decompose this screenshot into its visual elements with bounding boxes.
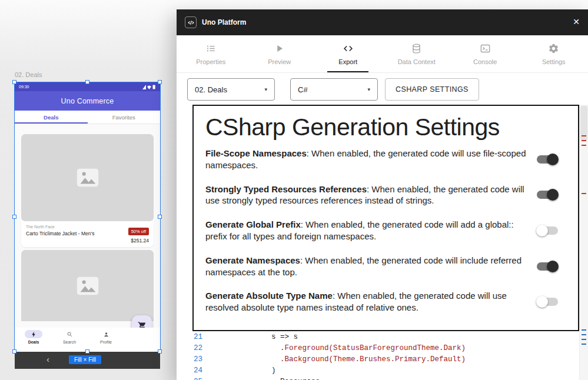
design-canvas: 02. Deals 09:30 Uno Commerce Deals Favor…: [0, 0, 588, 380]
export-toolbar: 02. Deals ▾ C# ▾ CSHARP SETTINGS: [187, 78, 479, 101]
play-icon: [274, 43, 285, 54]
code-text: Resources: [210, 376, 320, 380]
selection-handle-e[interactable]: [158, 215, 162, 219]
setting-row: Strongly Typed Resources References: Whe…: [205, 184, 566, 207]
tab-settings[interactable]: Settings: [520, 35, 588, 72]
phone-artboard[interactable]: 09:30 Uno Commerce Deals Favorites The N…: [15, 82, 160, 352]
setting-name: Generate Namespaces: [205, 255, 300, 265]
minimap-mark: [582, 334, 586, 335]
line-number: 22: [177, 343, 202, 354]
phone-content: The North Face Carto Triclimate Jacket -…: [15, 124, 160, 351]
nav-item-deals: Deals: [21, 330, 46, 344]
toggle-strongly-typed-resources[interactable]: [537, 191, 558, 199]
editor-minimap[interactable]: [579, 105, 588, 380]
product-image-placeholder: [21, 134, 154, 221]
artboard-label[interactable]: 02. Deals: [15, 71, 42, 78]
person-icon: [103, 331, 109, 338]
toggle-thumb: [547, 189, 559, 201]
line-number: 21: [177, 332, 202, 343]
selection-handle-s[interactable]: [85, 349, 89, 354]
code-line: 23 .Background(Theme.Brushes.Primary.Def…: [177, 354, 570, 365]
toggle-generate-namespaces[interactable]: [537, 262, 558, 271]
phone-tab-favorites: Favorites: [88, 111, 161, 124]
setting-name: File-Scope Namespaces: [205, 148, 307, 158]
panel-tab-bar: Properties Preview Export Data Context C…: [177, 35, 588, 73]
gear-icon: [548, 43, 559, 54]
chevron-down-icon: ▾: [264, 86, 267, 92]
tab-properties[interactable]: Properties: [177, 35, 245, 72]
setting-row: File-Scope Namespaces: When enabled, the…: [205, 148, 566, 171]
search-icon: [67, 331, 73, 338]
minimap-mark: [582, 329, 586, 331]
nav-item-profile: Profile: [93, 330, 119, 344]
language-select[interactable]: C# ▾: [290, 78, 378, 101]
minimap-mark: [582, 145, 586, 146]
selection-handle-se[interactable]: [158, 349, 162, 354]
setting-name: Strongly Typed Resources References: [205, 184, 367, 194]
device-nav-bar: ‹ Fill × Fill: [15, 352, 160, 369]
code-icon: [343, 43, 354, 54]
discount-badge: 50% off: [128, 228, 149, 235]
toggle-generate-absolute-type-name[interactable]: [537, 298, 558, 306]
code-text: .Background(Theme.Brushes.Primary.Defaul…: [210, 354, 466, 365]
code-text: .Foreground(StatusBarForegroundTheme.Dar…: [210, 343, 466, 354]
line-number: 24: [177, 365, 202, 376]
tab-data-context[interactable]: Data Context: [383, 35, 451, 72]
tab-export[interactable]: Export: [314, 35, 383, 72]
uno-platform-panel: Uno Platform ✕ Properties Preview Export…: [177, 9, 588, 380]
toggle-thumb: [547, 154, 559, 165]
code-text: s => s: [210, 332, 298, 343]
csharp-settings-button[interactable]: CSHARP SETTINGS: [385, 78, 479, 101]
close-icon[interactable]: ✕: [573, 17, 580, 26]
selection-handle-sw[interactable]: [12, 349, 16, 354]
image-icon: [74, 272, 101, 299]
product-price: $251.24: [128, 238, 149, 244]
product-brand: The North Face: [26, 225, 94, 229]
toggle-thumb: [547, 261, 559, 272]
size-badge: Fill × Fill: [69, 355, 101, 364]
chevron-down-icon: ▾: [367, 86, 370, 92]
tab-preview[interactable]: Preview: [245, 35, 314, 72]
panel-title: Uno Platform: [202, 18, 246, 26]
phone-tab-deals: Deals: [15, 111, 88, 124]
setting-row: Generate Absolute Type Name: When enable…: [205, 290, 566, 314]
phone-app-bar: Uno Commerce: [15, 91, 160, 111]
phone-bottom-nav: Deals Search Profile: [15, 328, 160, 351]
nav-item-search: Search: [57, 330, 82, 344]
status-time: 09:30: [19, 85, 29, 89]
toggle-thumb: [536, 296, 548, 308]
selection-handle-n[interactable]: [85, 80, 89, 84]
minimap-mark: [582, 193, 586, 194]
panel-header: Uno Platform ✕: [177, 9, 588, 35]
toggle-thumb: [536, 225, 548, 236]
terminal-icon: [480, 43, 491, 54]
screen-select[interactable]: 02. Deals ▾: [187, 78, 275, 101]
code-line: 21 s => s: [177, 332, 570, 343]
code-line: 22 .Foreground(StatusBarForegroundTheme.…: [177, 343, 570, 354]
code-logo-icon: [185, 16, 197, 28]
toggle-file-scope-namespaces[interactable]: [537, 155, 558, 164]
status-icons: [142, 84, 156, 90]
back-chevron-icon: ‹: [46, 354, 49, 364]
toggle-generate-global-prefix[interactable]: [537, 226, 558, 235]
minimap-mark: [582, 135, 586, 136]
image-icon: [74, 164, 101, 191]
code-line: 25 Resources: [177, 376, 570, 380]
code-line: 24 ): [177, 365, 570, 376]
tab-console[interactable]: Console: [451, 35, 520, 72]
selection-handle-ne[interactable]: [158, 80, 162, 84]
selection-handle-nw[interactable]: [12, 80, 16, 84]
line-number: 25: [177, 376, 202, 380]
code-text: ): [210, 365, 276, 376]
selection-handle-w[interactable]: [12, 215, 16, 219]
code-editor[interactable]: 21 s => s 22 .Foreground(StatusBarForegr…: [177, 332, 570, 380]
phone-tab-bar: Deals Favorites: [15, 111, 160, 124]
setting-row: Generate Namespaces: When enabled, the g…: [205, 255, 566, 278]
lightning-icon: [31, 331, 37, 338]
setting-row: Generate Global Prefix: When enabled, th…: [205, 219, 566, 242]
product-info: The North Face Carto Triclimate Jacket -…: [21, 221, 154, 247]
setting-name: Generate Global Prefix: [205, 219, 301, 229]
database-icon: [411, 43, 422, 54]
list-icon: [205, 43, 217, 54]
product-image-placeholder: [21, 250, 154, 321]
